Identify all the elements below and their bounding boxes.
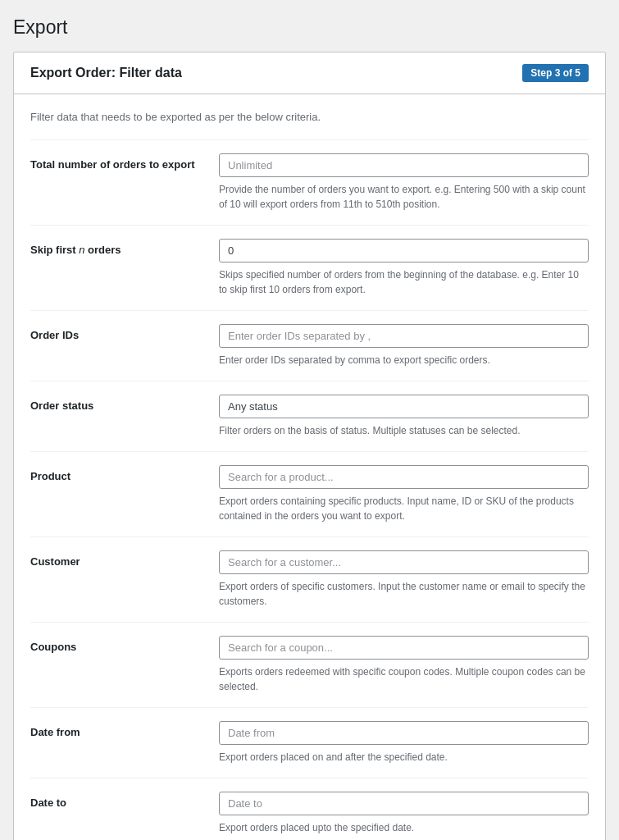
card-body: Filter data that needs to be exported as…	[14, 94, 605, 840]
field-help-skip-orders: Skips specified number of orders from th…	[219, 267, 589, 297]
field-label-date-to: Date to	[30, 797, 66, 809]
input-coupons[interactable]	[219, 636, 589, 660]
card-header: Export Order: Filter data Step 3 of 5	[14, 52, 605, 94]
field-row-coupons: CouponsExports orders redeemed with spec…	[30, 622, 589, 707]
field-help-date-from: Export orders placed on and after the sp…	[219, 750, 589, 765]
main-card: Export Order: Filter data Step 3 of 5 Fi…	[13, 52, 606, 840]
field-label-product: Product	[30, 470, 71, 482]
field-row-skip-orders: Skip first n ordersSkips specified numbe…	[30, 225, 589, 310]
input-skip-orders[interactable]	[219, 239, 589, 262]
field-row-customer: CustomerExport orders of specific custom…	[30, 536, 589, 622]
input-order-status[interactable]	[219, 395, 589, 418]
field-help-product: Export orders containing specific produc…	[219, 494, 589, 523]
field-label-total-orders: Total number of orders to export	[30, 158, 195, 171]
field-content-order-ids: Enter order IDs separated by comma to ex…	[219, 324, 589, 368]
step-badge: Step 3 of 5	[522, 64, 589, 82]
field-row-order-ids: Order IDsEnter order IDs separated by co…	[30, 310, 589, 381]
field-content-product: Export orders containing specific produc…	[219, 465, 589, 523]
field-label-date-from: Date from	[30, 726, 80, 738]
input-total-orders[interactable]	[219, 153, 589, 177]
fields-container: Total number of orders to exportProvide …	[30, 139, 589, 840]
field-help-customer: Export orders of specific customers. Inp…	[219, 579, 589, 609]
field-label-col-customer: Customer	[30, 550, 219, 609]
page-title: Export	[13, 16, 606, 39]
input-order-ids[interactable]	[219, 324, 589, 348]
intro-text: Filter data that needs to be exported as…	[30, 111, 589, 123]
field-label-col-date-from: Date from	[30, 721, 219, 765]
card-title: Export Order: Filter data	[30, 66, 182, 80]
field-help-order-ids: Enter order IDs separated by comma to ex…	[219, 353, 589, 368]
field-label-skip-orders: Skip first n orders	[30, 244, 121, 256]
field-row-date-to: Date toExport orders placed upto the spe…	[30, 778, 589, 840]
field-content-skip-orders: Skips specified number of orders from th…	[219, 239, 589, 297]
field-label-order-status: Order status	[30, 399, 93, 412]
field-label-col-order-status: Order status	[30, 395, 219, 438]
field-label-col-product: Product	[30, 465, 219, 523]
field-content-order-status: Filter orders on the basis of status. Mu…	[219, 395, 589, 438]
input-date-to[interactable]	[219, 792, 589, 815]
field-content-customer: Export orders of specific customers. Inp…	[219, 550, 589, 609]
input-date-from[interactable]	[219, 721, 589, 745]
input-product[interactable]	[219, 465, 589, 489]
field-label-col-skip-orders: Skip first n orders	[30, 239, 219, 297]
field-content-total-orders: Provide the number of orders you want to…	[219, 153, 589, 212]
field-row-order-status: Order statusFilter orders on the basis o…	[30, 381, 589, 451]
field-label-coupons: Coupons	[30, 641, 76, 653]
input-customer[interactable]	[219, 550, 589, 574]
field-label-col-total-orders: Total number of orders to export	[30, 153, 219, 212]
field-content-date-to: Export orders placed upto the specified …	[219, 792, 589, 835]
field-content-coupons: Exports orders redeemed with specific co…	[219, 636, 589, 694]
field-content-date-from: Export orders placed on and after the sp…	[219, 721, 589, 765]
field-label-col-date-to: Date to	[30, 792, 219, 835]
field-row-date-from: Date fromExport orders placed on and aft…	[30, 707, 589, 778]
field-label-customer: Customer	[30, 555, 80, 568]
field-help-date-to: Export orders placed upto the specified …	[219, 820, 589, 835]
field-label-em-skip-orders: n	[79, 244, 84, 256]
field-label-order-ids: Order IDs	[30, 329, 79, 341]
field-row-product: ProductExport orders containing specific…	[30, 451, 589, 536]
field-help-total-orders: Provide the number of orders you want to…	[219, 182, 589, 212]
field-label-col-order-ids: Order IDs	[30, 324, 219, 368]
field-help-coupons: Exports orders redeemed with specific co…	[219, 664, 589, 694]
field-label-col-coupons: Coupons	[30, 636, 219, 694]
field-help-order-status: Filter orders on the basis of status. Mu…	[219, 423, 589, 438]
field-row-total-orders: Total number of orders to exportProvide …	[30, 139, 589, 225]
